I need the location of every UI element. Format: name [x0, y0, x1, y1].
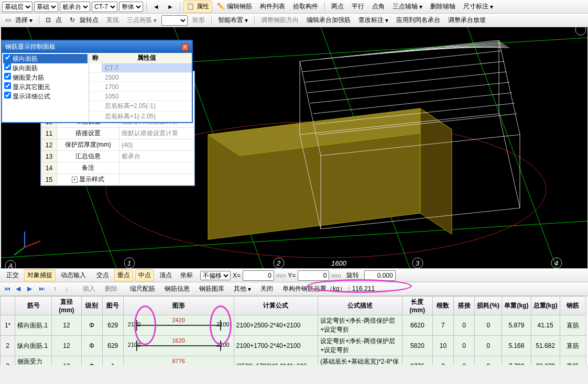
results-header[interactable]: 总重(kg)	[531, 297, 560, 315]
rect-button[interactable]: 矩形	[189, 14, 208, 26]
rebar-lib-button[interactable]: 钢筋图库	[196, 283, 227, 295]
x-input[interactable]	[243, 270, 274, 281]
total-weight-summary: 单构件钢筋总重（kg）：116.211	[282, 284, 375, 293]
results-header[interactable]: 钢筋	[560, 297, 586, 315]
rotate-point-button[interactable]: ↻旋转点	[67, 14, 102, 26]
close-icon[interactable]: ×	[181, 43, 189, 51]
adjust-rebar-dir-button[interactable]: 调整钢筋方向	[258, 14, 302, 26]
nav-down-icon[interactable]: ↓	[65, 285, 73, 293]
scale-rebar-button[interactable]: 缩尺配筋	[127, 283, 158, 295]
results-header[interactable]: 筋号	[15, 297, 52, 315]
nav-left-icon[interactable]: ◄	[150, 2, 162, 12]
prop-value: 2500	[102, 73, 192, 82]
category-select[interactable]: 基础	[34, 2, 58, 12]
intersection-toggle[interactable]: 交点	[93, 269, 112, 281]
offset-mode-select[interactable]: 不偏移	[200, 271, 231, 280]
results-header[interactable]: 计算公式	[234, 297, 318, 315]
rebar-results-panel[interactable]: 筋号直径(mm)级别图号图形计算公式公式描述长度(mm)根数搭接损耗(%)单重(…	[0, 295, 588, 365]
results-row[interactable]: 1*横向面筋.112Φ6292100242021002100+2500-2*40…	[1, 315, 586, 336]
property-row[interactable]: 14备注	[41, 162, 194, 174]
check-annotation-button[interactable]: 查改标注▾	[355, 14, 391, 26]
results-header[interactable]: 直径(mm)	[52, 297, 81, 315]
osnap-toggle[interactable]: 对象捕捉	[24, 269, 56, 281]
results-header[interactable]: 损耗(%)	[475, 297, 502, 315]
coord-toggle[interactable]: 坐标	[177, 269, 196, 281]
edit-cap-rebar-button[interactable]: 编辑承台加强筋	[303, 14, 354, 26]
results-row[interactable]: 3侧面受力筋.112Φ18776(2500+1700)*2-8*40+696(基…	[1, 356, 586, 366]
property-row[interactable]: 15+ 显示样式	[41, 174, 194, 185]
parallel-button[interactable]: 平行	[349, 1, 367, 13]
smart-place-button[interactable]: 智能布置▾	[215, 14, 251, 26]
ortho-toggle[interactable]: 正交	[3, 269, 22, 281]
rebar-check[interactable]: 显示详细公式	[3, 92, 88, 101]
point-button[interactable]: ⊡点	[42, 14, 65, 26]
select-button[interactable]: ▭选择▾	[2, 14, 36, 26]
nav-first-icon[interactable]: ⏮	[4, 285, 13, 293]
rebar-check[interactable]: 显示其它图元	[3, 82, 88, 92]
results-header[interactable]	[1, 297, 15, 315]
close-button[interactable]: 关闭	[257, 283, 276, 295]
component-select[interactable]: 桩承台	[60, 2, 90, 12]
results-header[interactable]: 级别	[81, 297, 102, 315]
results-header[interactable]: 公式描述	[318, 297, 402, 315]
rebar-check[interactable]: 纵向面筋	[3, 63, 88, 73]
properties-button[interactable]: 📋属性	[183, 1, 212, 13]
vertex-toggle[interactable]: 顶点	[156, 269, 175, 281]
panel-title: 钢筋显示控制面板	[5, 42, 56, 51]
view-select[interactable]: 整体	[119, 2, 143, 12]
point-icon: ⊡	[46, 16, 54, 25]
property-row[interactable]: 12保护层厚度(mm)(40)	[41, 139, 194, 151]
rebar-check[interactable]: 横向面筋	[3, 54, 88, 63]
results-header[interactable]: 图号	[102, 297, 123, 315]
arc-options[interactable]	[161, 15, 188, 26]
main-toolbar: ▭选择▾ ⊡点 ↻旋转点 直线 三点画弧▾ 矩形 智能布置▾ 调整钢筋方向 编辑…	[0, 14, 588, 27]
instance-select[interactable]: CT-7	[92, 2, 117, 12]
rebar-check[interactable]: 侧面受力筋	[3, 73, 88, 82]
results-header[interactable]: 搭接	[454, 297, 475, 315]
dyn-input-toggle[interactable]: 动态输入	[58, 269, 89, 281]
layer-select[interactable]: 基础层	[2, 2, 32, 12]
y-input[interactable]	[298, 270, 329, 281]
rebar-checkbox-list: 横向面筋 纵向面筋 侧面受力筋 显示其它图元 显示详细公式	[2, 53, 89, 122]
nav-right-icon[interactable]: ►	[164, 2, 177, 12]
delete-button[interactable]: 删除	[102, 283, 121, 295]
midpoint-toggle[interactable]: 中点	[135, 269, 154, 281]
two-point-button[interactable]: 两点	[328, 1, 347, 13]
line-button[interactable]: 直线	[103, 14, 122, 26]
rotate-toggle[interactable]: 旋转	[343, 269, 362, 281]
svg-line-20	[405, 46, 506, 51]
nav-last-icon[interactable]: ⏭	[39, 285, 47, 293]
rebar-results-table: 筋号直径(mm)级别图号图形计算公式公式描述长度(mm)根数搭接损耗(%)单重(…	[0, 296, 586, 365]
nav-up-icon[interactable]: ↑	[53, 285, 62, 293]
perp-toggle[interactable]: 垂点	[114, 269, 133, 281]
property-row[interactable]: 11搭接设置按默认搭接设置计算	[41, 128, 194, 139]
x-label: X=	[233, 272, 241, 279]
adjust-cap-slope-button[interactable]: 调整承台放坡	[445, 14, 489, 26]
property-row[interactable]: 13汇总信息桩承台	[41, 151, 194, 162]
results-header[interactable]: 单重(kg)	[502, 297, 531, 315]
arc3-button[interactable]: 三点画弧▾	[124, 14, 160, 26]
apply-same-cap-button[interactable]: 应用到同名承台	[393, 14, 443, 26]
rotate-input[interactable]	[364, 270, 396, 281]
other-button[interactable]: 其他▾	[231, 283, 254, 295]
svg-line-26	[310, 82, 509, 103]
svg-line-25	[308, 72, 507, 93]
results-header[interactable]: 图形	[123, 297, 234, 315]
results-row[interactable]: 2纵向面筋.112Φ6292100162021002100+1700-2*40+…	[1, 336, 586, 356]
dimension-button[interactable]: 尺寸标注▾	[460, 1, 496, 13]
svg-text:3: 3	[416, 259, 420, 267]
results-header[interactable]: 根数	[432, 297, 453, 315]
delete-aux-button[interactable]: 删除辅轴	[427, 1, 459, 13]
rebar-info-button[interactable]: 钢筋信息	[161, 283, 193, 295]
insert-button[interactable]: 插入	[80, 283, 99, 295]
panel-titlebar[interactable]: 钢筋显示控制面板 ×	[2, 41, 192, 53]
nav-prev-icon[interactable]: ◀	[16, 285, 24, 293]
three-point-aux-button[interactable]: 三点辅轴▾	[389, 1, 426, 13]
point-angle-button[interactable]: 点角	[369, 1, 388, 13]
pick-component-button[interactable]: 拾取构件	[290, 1, 321, 13]
component-list-button[interactable]: 构件列表	[257, 1, 288, 13]
edit-rebar-button[interactable]: ✏️编辑钢筋	[214, 1, 255, 13]
results-header[interactable]: 长度(mm)	[402, 297, 432, 315]
nav-next-icon[interactable]: ▶	[27, 285, 36, 293]
svg-marker-9	[420, 108, 452, 234]
